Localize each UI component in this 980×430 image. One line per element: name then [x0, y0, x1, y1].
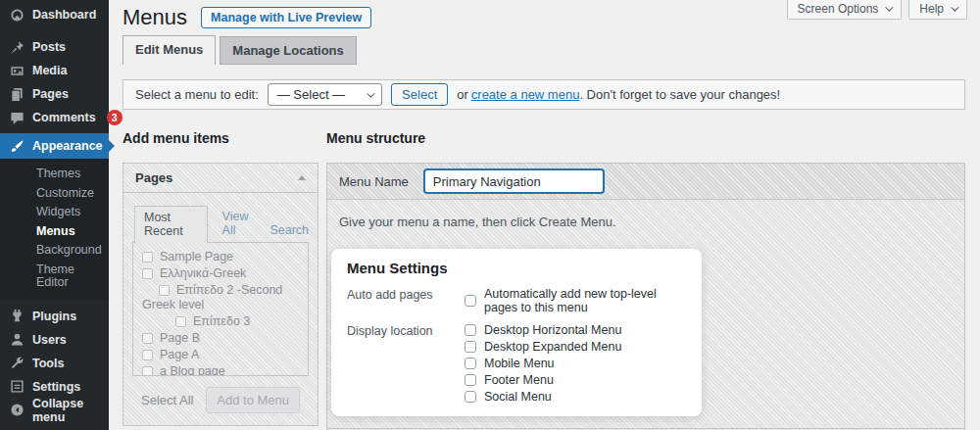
location-option: Desktop Expanded Menu [465, 340, 621, 354]
screen-meta-toggles: Screen Options Help [787, 0, 967, 20]
menu-name-label: Menu Name [339, 174, 409, 189]
tab-edit-menus[interactable]: Edit Menus [122, 35, 216, 65]
submenu-item-background[interactable]: Background [0, 241, 109, 261]
page-checkbox-item: Page A [133, 347, 308, 363]
menu-structure-body: Give your menu a name, then click Create… [327, 200, 964, 428]
tab-manage-locations[interactable]: Manage Locations [220, 36, 356, 65]
sidebar-item-tools[interactable]: Tools [0, 352, 109, 375]
sidebar-item-collapse-menu[interactable]: Collapse menu [0, 399, 109, 422]
menu-name-row: Menu Name [327, 164, 964, 200]
pages-filter-tabs: Most Recent View All Search [134, 206, 309, 243]
page-checkbox-item: Ελληνικά-Greek [133, 265, 308, 282]
location-option-label: Desktop Expanded Menu [484, 340, 621, 354]
screen-options-button[interactable]: Screen Options [787, 0, 903, 20]
sidebar-item-label: Tools [32, 357, 64, 370]
create-new-menu-link[interactable]: create a new menu [471, 87, 580, 102]
collapse-up-icon [298, 175, 306, 180]
submenu-item-widgets[interactable]: Widgets [0, 203, 109, 222]
auto-add-pages-row: Auto add pages Automatically add new top… [347, 287, 686, 314]
help-button[interactable]: Help [908, 0, 967, 20]
page-item-label: Sample Page [160, 250, 233, 263]
location-option: Social Menu [465, 390, 621, 404]
add-menu-items-heading: Add menu items [122, 130, 318, 147]
or-text: or [457, 87, 468, 102]
settings-icon [10, 379, 24, 394]
menu-select-dropdown[interactable]: — Select — [268, 83, 382, 106]
save-changes-note: . Don't forget to save your changes! [579, 87, 780, 102]
location-option-label: Desktop Horizontal Menu [484, 323, 621, 337]
submenu-item-theme-editor[interactable]: Theme Editor [0, 261, 109, 293]
sidebar-item-pages[interactable]: Pages [0, 82, 109, 106]
location-option: Footer Menu [465, 373, 621, 387]
nav-tabs: Edit Menus Manage Locations [122, 35, 980, 65]
checkbox[interactable] [465, 374, 476, 386]
user-icon [10, 332, 24, 347]
tab-view-all[interactable]: View All [222, 210, 256, 243]
admin-sidebar: Dashboard Posts Media Pages Comments 3 A… [0, 0, 109, 430]
manage-live-preview-button[interactable]: Manage with Live Preview [201, 7, 371, 28]
sidebar-item-media[interactable]: Media [0, 59, 109, 82]
location-option: Desktop Horizontal Menu [465, 323, 621, 337]
submenu-item-customize[interactable]: Customize [0, 184, 109, 204]
checkbox[interactable] [142, 350, 153, 360]
pages-checklist: Sample Page Ελληνικά-Greek Επίπεδο 2 -Se… [132, 242, 309, 376]
select-button[interactable]: Select [391, 83, 448, 106]
comments-count-badge: 3 [107, 110, 122, 125]
sidebar-item-posts[interactable]: Posts [0, 35, 109, 59]
pages-accordion: Pages Most Recent View All Search Sample… [122, 163, 318, 426]
sidebar-item-users[interactable]: Users [0, 328, 109, 352]
checkbox[interactable] [465, 341, 476, 353]
location-option-label: Mobile Menu [484, 357, 555, 370]
sidebar-item-label: Media [32, 64, 67, 77]
pages-accordion-body: Most Recent View All Search Sample Page … [123, 193, 318, 425]
select-menu-bar: Select a menu to edit: — Select — Select… [122, 79, 965, 110]
checkbox[interactable] [142, 252, 153, 263]
screen-options-label: Screen Options [798, 2, 879, 16]
checkbox[interactable] [175, 316, 186, 327]
checkbox[interactable] [142, 268, 153, 279]
menu-settings-card: Menu Settings Auto add pages Automatical… [331, 249, 702, 416]
submenu-item-menus[interactable]: Menus [0, 222, 109, 242]
checkbox[interactable] [159, 285, 170, 296]
page-checkbox-item: a Blog page [133, 363, 308, 376]
display-location-label: Display location [347, 323, 465, 404]
checkbox[interactable] [465, 324, 476, 336]
pages-accordion-header[interactable]: Pages [123, 164, 318, 193]
page-checkbox-item: Sample Page [133, 249, 308, 265]
page-item-label: Page B [160, 331, 200, 345]
chevron-down-icon [951, 3, 958, 11]
select-all-link[interactable]: Select All [141, 393, 193, 407]
plugin-icon [10, 309, 24, 323]
sidebar-item-dashboard[interactable]: Dashboard [0, 3, 109, 26]
add-to-menu-button[interactable]: Add to Menu [206, 387, 300, 413]
sidebar-item-label: Settings [32, 380, 80, 394]
submenu-item-themes[interactable]: Themes [0, 165, 109, 184]
checkbox[interactable] [142, 366, 153, 376]
page-checkbox-item: Page B [133, 330, 308, 347]
tab-most-recent[interactable]: Most Recent [134, 206, 208, 243]
tab-search[interactable]: Search [270, 223, 309, 243]
checkbox[interactable] [465, 295, 476, 307]
appearance-icon [10, 139, 24, 154]
sidebar-item-label: Appearance [32, 139, 103, 153]
checkbox[interactable] [465, 358, 476, 369]
sidebar-item-comments[interactable]: Comments 3 [0, 106, 109, 129]
sidebar-item-label: Posts [32, 40, 66, 54]
menu-instruction-text: Give your menu a name, then click Create… [339, 215, 953, 229]
menu-name-input[interactable] [423, 168, 605, 194]
pages-accordion-title: Pages [135, 170, 172, 185]
sidebar-item-settings[interactable]: Settings [0, 375, 109, 399]
menu-structure-box: Menu Name Give your menu a name, then cl… [326, 163, 965, 430]
sidebar-item-appearance[interactable]: Appearance [0, 133, 109, 159]
add-menu-items-column: Add menu items Pages Most Recent View Al… [122, 130, 318, 430]
checkbox[interactable] [465, 391, 476, 403]
auto-add-pages-label: Auto add pages [347, 287, 465, 314]
checkbox[interactable] [142, 333, 153, 344]
page-item-label: a Blog page [160, 364, 225, 376]
sidebar-item-plugins[interactable]: Plugins [0, 305, 109, 328]
page-checkbox-item: Επίπεδο 2 -Second Greek level [133, 282, 308, 313]
appearance-submenu: Themes Customize Widgets Menus Backgroun… [0, 159, 109, 301]
wrench-icon [10, 356, 24, 370]
display-location-row: Display location Desktop Horizontal Menu… [347, 323, 686, 404]
auto-add-pages-option-label: Automatically add new top-level pages to… [484, 287, 686, 314]
